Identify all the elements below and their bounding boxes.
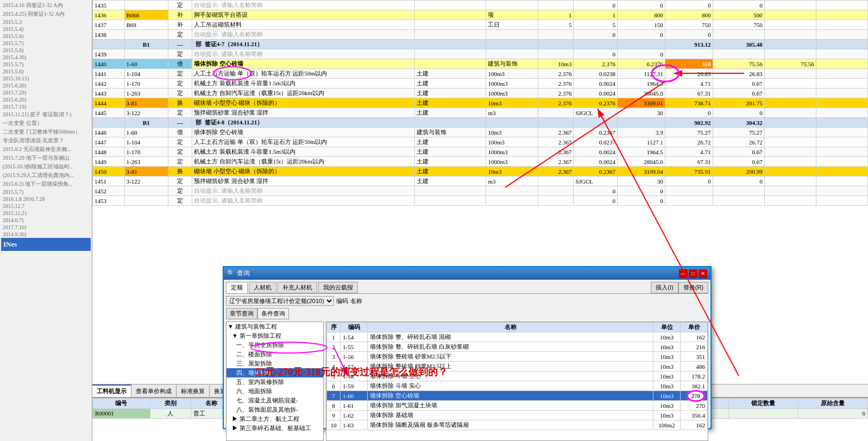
- table-row[interactable]: 1438定 自动提示: 请输入名称简称 0 0 0: [93, 30, 868, 40]
- sidebar-item[interactable]: 2015.7.19): [1, 103, 91, 110]
- sidebar-item[interactable]: 一次变更 位置）: [1, 119, 91, 128]
- table-row[interactable]: 14491-263定 机械土方 自卸汽车运渣（载重15t）运距20km以内 土建…: [93, 157, 868, 167]
- minimize-button[interactable]: —: [679, 269, 688, 278]
- sidebar-item[interactable]: 2015.6.2) 地下一层墙垛拐角...: [1, 180, 91, 188]
- table-row[interactable]: 14411-104定 人工土石方运输 单（双）轮车运石方 运距50m以内 土建1…: [93, 69, 868, 79]
- table-row-1440[interactable]: 1440 1-60 借 墙体拆除 空心砖墙 建筑与装饰 10m3 2.376 0…: [93, 59, 868, 69]
- dialog-table-row[interactable]: 11-54 墙体拆除 整、碎砖乱石墙 混砌 10m3 162: [327, 332, 708, 342]
- col-leibie: 类别: [150, 399, 191, 409]
- col-bianma: 编号: [93, 399, 150, 409]
- table-row[interactable]: 14431-263定 机械土方 自卸汽车运渣（载重15t）运距20km以内 土建…: [93, 89, 868, 98]
- tab-gong-liao-ji[interactable]: 工料机显示: [92, 385, 131, 397]
- sidebar-item[interactable]: (2015.9.29人工清理化粪池内...: [1, 171, 91, 180]
- sidebar-item[interactable]: 2015.4.25) 同签证1-32 A内: [1, 10, 91, 18]
- table-row[interactable]: 1452定 自动提示: 请输入名称简称 0 0: [93, 186, 868, 196]
- tree-item[interactable]: 八、装饰面层及其他拆-: [227, 405, 323, 414]
- sidebar-item[interactable]: 2014.6.7): [1, 217, 91, 224]
- table-row[interactable]: 14453-122定 预拌砌筑砂浆 混合砂浆 湿拌 土建m3 SJGCL 30 …: [93, 108, 868, 118]
- sidebar-item[interactable]: 2017.7.10): [1, 224, 91, 231]
- insert-button[interactable]: 插入(I): [651, 282, 678, 293]
- sidebar-item[interactable]: 2016.1.8 2016.7.28: [1, 196, 91, 203]
- tree-item[interactable]: 七、混凝土及钢筋混凝-: [227, 396, 323, 405]
- table-row-1444[interactable]: 1444 3-81 换 砌块墙 小型空心 砌块（拆除的） 土建10m32.376…: [93, 98, 868, 108]
- tree-item[interactable]: ▶ 第二章土方、黏土工程: [227, 414, 323, 424]
- sidebar-item[interactable]: 2015.5.6): [1, 47, 91, 54]
- dialog-table-row[interactable]: 21-55 墙体拆除 整、碎砖乱石墙 白灰砂浆砌 10m3 216: [327, 342, 708, 352]
- table-row[interactable]: 1435 定 自动提示: 请输入名称简称 0 0 0 0: [93, 1, 868, 10]
- section-header-row: B1 — 部 签证4-8（2014.11.21） 902.92 304.32: [93, 118, 868, 128]
- table-row[interactable]: 14421-170定 机械土方 装载机装渣 斗容量1.5m3以内 土建1000m…: [93, 79, 868, 89]
- sidebar-item[interactable]: 2015.5.7): [1, 61, 91, 68]
- dialog-body: ▼ 建筑与装饰工程 ▼ 第一章拆除工程 一、平房全房拆除 二、楼面拆除 三、屋架…: [226, 322, 708, 441]
- left-sidebar[interactable]: 2015.4.16 同签证1-32 A内 2015.4.25) 同签证1-32 …: [0, 0, 92, 441]
- sidebar-item[interactable]: 2015.5.6): [1, 33, 91, 40]
- sidebar-item[interactable]: (2015.10.3拆除施工区域临时...: [1, 162, 91, 171]
- tab-biao-zhun-huan-suan[interactable]: 标准换算: [177, 385, 210, 397]
- dialog-tab-buchong[interactable]: 补充人材机: [278, 282, 317, 293]
- row-code: B068: [124, 10, 168, 20]
- table-row[interactable]: 14461-60借 墙体拆除 空心砖墙 建筑与装饰10m32.367 0.236…: [93, 128, 868, 137]
- sidebar-item[interactable]: 2015.7.29 地下一层与东侧山: [1, 154, 91, 162]
- sidebar-item[interactable]: 2015.8.2 无石墙延伸至东侧...: [1, 145, 91, 154]
- table-row[interactable]: 1453定 自动提示: 请输入名称简称 0 0: [93, 196, 868, 206]
- chapter-query-tab[interactable]: 章节查询: [226, 308, 257, 319]
- table-row[interactable]: 14481-170定 机械土方 装载机装渣 斗容量1.5m3以内 土建1000m…: [93, 147, 868, 157]
- dialog-table-row[interactable]: 31-56 墙体拆除 整砖墙 砂浆M2.5以下 10m3 351: [327, 352, 708, 362]
- replace-button[interactable]: 替换(R): [678, 282, 708, 293]
- dialog-table-row[interactable]: 91-62 墙体拆除 基础墙 10m3 356.4: [327, 411, 708, 420]
- sidebar-item[interactable]: 专业队清理浇混-见发票？: [1, 136, 91, 145]
- table-row[interactable]: 1439定 自动提示: 请输入名称简称 0 0: [93, 49, 868, 59]
- query-dialog[interactable]: 🔍 查询 — □ ✕ 定额 人材机 补充人材机 我的云载报 插入(I) 替换(R…: [223, 266, 712, 429]
- condition-query-tab[interactable]: 条件查询: [257, 308, 289, 319]
- quota-tree[interactable]: ▼ 建筑与装饰工程 ▼ 第一章拆除工程 一、平房全房拆除 二、楼面拆除 三、屋架…: [226, 322, 324, 441]
- table-row-1450[interactable]: 1450 3-81 换 砌块墙 小型空心 砌块（拆除的） 土建10m32.367…: [93, 167, 868, 177]
- dialog-tab-rencaiji[interactable]: 人材机: [249, 282, 276, 293]
- dialog-tab-bar: 定额 人材机 补充人材机 我的云载报 插入(I) 替换(R): [226, 282, 708, 294]
- col-unit: 单位: [653, 323, 681, 332]
- sidebar-item[interactable]: 2015.5.4): [1, 26, 91, 33]
- tree-item[interactable]: ▼ 建筑与装饰工程: [227, 322, 323, 331]
- table-row[interactable]: 14513-122定 预拌砌筑砂浆 混合砂浆 湿拌 土建m3 SJGCL 30 …: [93, 177, 868, 186]
- col-code: 编码: [341, 323, 368, 332]
- sidebar-item[interactable]: 二次变更 门卫整体平移500mm）: [1, 128, 91, 136]
- tree-item[interactable]: 二、楼面拆除: [227, 350, 323, 359]
- sidebar-item[interactable]: 2015.12.7: [1, 203, 91, 210]
- tree-item[interactable]: ▼ 第一章拆除工程: [227, 331, 323, 341]
- sidebar-item[interactable]: 2015.5.6): [1, 68, 91, 75]
- sidebar-item[interactable]: 2015.4.16 同签证1-32 A内: [1, 1, 91, 10]
- dialog-table-row[interactable]: 101-63 墙体拆除 隔断及隔扇 板条苇箔诸隔扇 100m2 162: [327, 420, 708, 430]
- sidebar-item[interactable]: 2015.11.21) 篮子 签证取消？): [1, 110, 91, 119]
- dialog-table-row-selected[interactable]: 71-60 墙体拆除 空心砖墙 10m3 270: [327, 391, 708, 401]
- sidebar-item[interactable]: 2015.6.20): [1, 96, 91, 103]
- sidebar-item[interactable]: 2015.5.7): [1, 40, 91, 47]
- sidebar-item[interactable]: 2015.11.21: [1, 210, 91, 217]
- table-row[interactable]: 1437B69补 人工吊运砌筑材料 工日5 5 150 750 750: [93, 20, 868, 30]
- sidebar-item-ines[interactable]: INes: [1, 238, 91, 251]
- dialog-table-row[interactable]: 61-59 墙体拆除 斗墙 实心 10m3 382.1: [327, 381, 708, 391]
- sidebar-item[interactable]: 2015.4.30): [1, 54, 91, 61]
- table-row[interactable]: 14471-104定 人工土石方运输 单（双）轮车运石方 运距50m以内 土建1…: [93, 137, 868, 147]
- tree-item[interactable]: 一、平房全房拆除: [227, 341, 323, 350]
- sidebar-item[interactable]: 2015.5.3: [1, 18, 91, 26]
- quota-grid[interactable]: 序 编码 名称 单位 单价 11-54 墙体拆除 整、碎砖乱石墙 混砌: [326, 322, 708, 441]
- maximize-button[interactable]: □: [689, 269, 697, 278]
- sidebar-item[interactable]: 2015.6.20): [1, 82, 91, 89]
- sidebar-item[interactable]: 2015.5.7): [1, 188, 91, 196]
- col-suoding: 锁定数量: [728, 399, 798, 409]
- dialog-table-row[interactable]: 81-61 墙体拆除 加气混凝土块墙 10m3 270: [327, 401, 708, 411]
- sidebar-item[interactable]: 2014.9.30): [1, 231, 91, 238]
- tree-item[interactable]: 六、地面拆除: [227, 387, 323, 396]
- col-price: 单价: [681, 323, 708, 332]
- tab-cha-dan-jia[interactable]: 查看单价构成: [131, 385, 177, 397]
- sidebar-item[interactable]: 2015.10.15): [1, 75, 91, 82]
- row-num: 1436: [93, 10, 125, 20]
- toolbar-name: 名称: [350, 297, 362, 305]
- tree-item[interactable]: 五、室内装修拆除: [227, 377, 323, 387]
- dialog-tab-cloud[interactable]: 我的云载报: [318, 282, 358, 293]
- close-button[interactable]: ✕: [699, 269, 707, 278]
- dialog-tab-dinge[interactable]: 定额: [226, 282, 248, 293]
- sidebar-item[interactable]: 2015.7.29): [1, 89, 91, 96]
- table-row[interactable]: 1436 B068 补 脚手架砌筑平台搭设 项1 1 800 800 500: [93, 10, 868, 20]
- quota-library-select[interactable]: 辽宁省房屋修缮工程计价定额(2010): [226, 296, 334, 306]
- tree-item[interactable]: ▶ 第三章碎石基础、桩基础工: [227, 424, 323, 433]
